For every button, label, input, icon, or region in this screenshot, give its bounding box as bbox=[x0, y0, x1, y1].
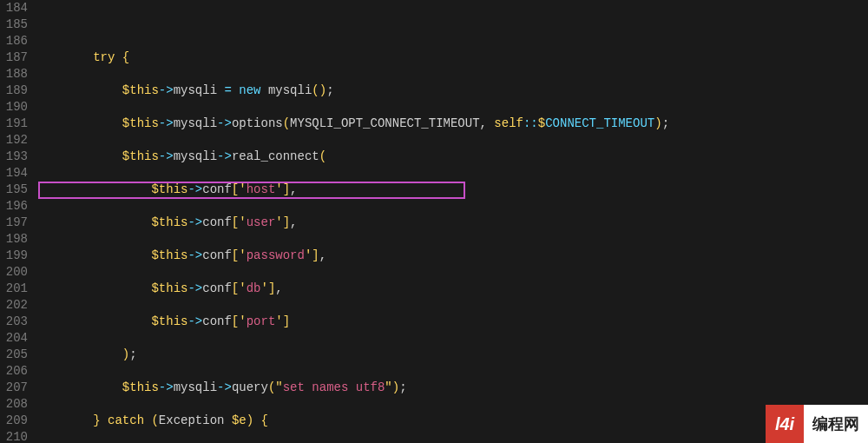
line-number: 199 bbox=[3, 248, 28, 264]
line-number: 206 bbox=[3, 363, 28, 380]
line-number: 184 bbox=[3, 0, 28, 17]
line-number: 192 bbox=[3, 132, 28, 149]
line-number: 190 bbox=[3, 99, 28, 116]
line-number-gutter: 184 185 186 187 188 189 190 191 192 193 … bbox=[0, 0, 35, 443]
code-line: $this->mysqli->options(MYSQLI_OPT_CONNEC… bbox=[35, 116, 868, 132]
line-number: 198 bbox=[3, 231, 28, 248]
line-number: 208 bbox=[3, 396, 28, 413]
code-line: $this->conf['password'], bbox=[35, 248, 868, 264]
line-number: 200 bbox=[3, 264, 28, 281]
line-number: 189 bbox=[3, 83, 28, 99]
line-number: 194 bbox=[3, 165, 28, 182]
line-number: 196 bbox=[3, 198, 28, 215]
watermark-logo: l4i 编程网 bbox=[766, 405, 868, 443]
line-number: 185 bbox=[3, 17, 28, 33]
line-number: 207 bbox=[3, 380, 28, 396]
code-editor[interactable]: 184 185 186 187 188 189 190 191 192 193 … bbox=[0, 0, 868, 443]
line-number: 197 bbox=[3, 215, 28, 231]
line-number: 186 bbox=[3, 33, 28, 50]
code-line: try { bbox=[35, 50, 868, 66]
line-number: 205 bbox=[3, 347, 28, 363]
logo-text: 编程网 bbox=[804, 405, 868, 443]
code-line: $this->mysqli->query("set names utf8"); bbox=[35, 380, 868, 396]
code-line: ); bbox=[35, 347, 868, 363]
line-number: 204 bbox=[3, 330, 28, 347]
line-number: 188 bbox=[3, 66, 28, 83]
line-number: 201 bbox=[3, 281, 28, 297]
code-line: $this->conf['user'], bbox=[35, 215, 868, 231]
code-line: $this->mysqli = new mysqli(); bbox=[35, 83, 868, 99]
line-number: 202 bbox=[3, 297, 28, 314]
code-line: $this->conf['db'], bbox=[35, 281, 868, 297]
line-number: 195 bbox=[3, 182, 28, 198]
code-line: } catch (Exception $e) { bbox=[35, 413, 868, 429]
line-number: 203 bbox=[3, 314, 28, 330]
code-line: $this->mysqli->real_connect( bbox=[35, 149, 868, 165]
line-number: 191 bbox=[3, 116, 28, 132]
code-area[interactable]: try { $this->mysqli = new mysqli(); $thi… bbox=[35, 0, 868, 443]
logo-icon: l4i bbox=[766, 405, 804, 443]
code-line: $this->conf['host'], bbox=[35, 182, 868, 198]
code-line bbox=[35, 17, 868, 33]
line-number: 210 bbox=[3, 429, 28, 443]
code-line: $this->conf['port'] bbox=[35, 314, 868, 330]
line-number: 193 bbox=[3, 149, 28, 165]
line-number: 187 bbox=[3, 50, 28, 66]
line-number: 209 bbox=[3, 413, 28, 429]
